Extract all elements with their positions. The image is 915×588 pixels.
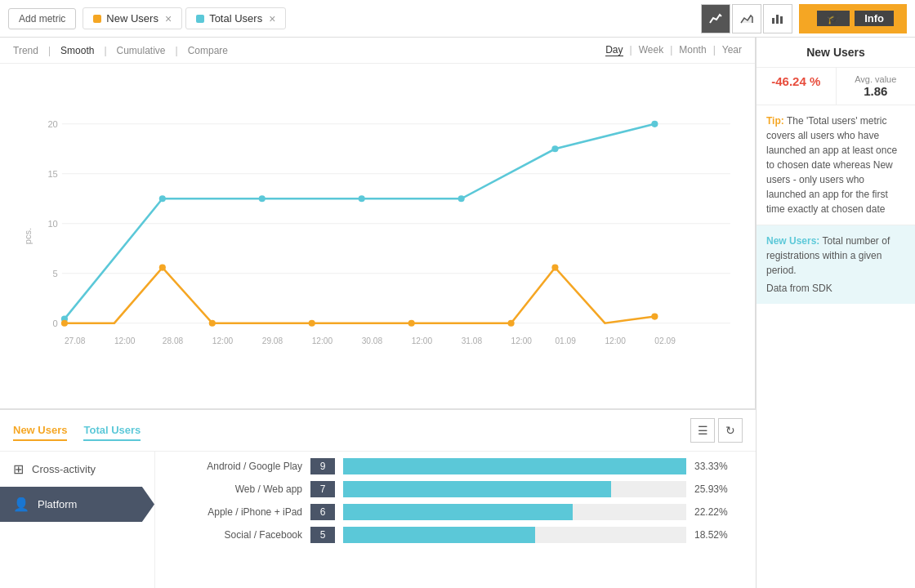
smooth-control[interactable]: Smooth [60,45,94,56]
svg-rect-0 [772,18,774,24]
info-stats: -46.24 % Avg. value 1.86 [757,67,915,105]
month-control[interactable]: Month [679,44,706,56]
tab-new-users[interactable]: New Users × [83,7,182,29]
tab-total-users[interactable]: Total Users × [185,7,286,29]
new-users-dot [551,265,558,271]
new-users-dot [651,313,658,319]
new-users-dot [408,320,415,327]
bar-pct-web: 25.93% [694,483,739,495]
info-panel-title: New Users [757,38,915,67]
y-axis-label: pcs. [23,228,33,244]
table-row: Social / Facebook 5 18.52% [172,527,739,543]
svg-text:12:00: 12:00 [412,336,433,345]
tab-bar: Add metric New Users × Total Users × [0,0,915,38]
tip-label: Tip: [766,115,784,127]
avg-label: Avg. value [843,74,909,84]
week-control[interactable]: Week [639,44,663,56]
chart-type-buttons [701,4,792,33]
bar-pct-android: 33.33% [694,461,739,472]
line-chart-button[interactable] [701,4,730,33]
new-users-dot [159,265,166,271]
info-button[interactable]: 🎓 Info [799,4,907,33]
info-panel: New Users -46.24 % Avg. value 1.86 Tip: … [756,38,915,588]
year-control[interactable]: Year [722,44,742,56]
sidebar-item-label-platform: Platform [38,498,77,510]
svg-text:12:00: 12:00 [605,336,626,345]
chart-svg: pcs. 20 15 10 5 0 [16,72,739,400]
sidebar-item-label-cross-activity: Cross-activity [32,463,96,475]
bar-count-android: 9 [310,458,335,474]
bar-track-android [343,458,686,474]
chart-controls-right: Day | Week | Month | Year [605,44,742,56]
bar-fill-android [343,458,686,474]
new-users-dot [508,320,515,327]
chart-svg-container: pcs. 20 15 10 5 0 [0,64,755,408]
compare-control[interactable]: Compare [188,45,228,56]
tab-label-total-users: Total Users [209,12,262,24]
total-users-dot [551,145,558,152]
chart-area: Trend | Smooth | Cumulative | Compare Da… [0,38,756,408]
svg-text:12:00: 12:00 [212,336,234,345]
info-stat-avg: Avg. value 1.86 [837,68,916,105]
tab-label-new-users: New Users [106,12,158,24]
bar-pct-social: 18.52% [694,529,739,541]
avg-value: 1.86 [843,84,909,98]
bar-fill-social [343,527,535,543]
bar-track-web [343,481,686,497]
info-label[interactable]: Info [855,11,894,26]
close-tab-total-users[interactable]: × [269,13,275,24]
bar-count-web: 7 [310,481,335,497]
bar-track-apple [343,504,686,520]
bar-track-social [343,527,686,543]
sidebar-item-platform[interactable]: 👤 Platform [0,487,154,522]
sidebar-item-cross-activity[interactable]: ⊞ Cross-activity [0,452,154,487]
trend-control[interactable]: Trend [13,45,38,56]
cumulative-control[interactable]: Cumulative [117,45,166,56]
info-desc: New Users: Total number of registrations… [757,225,915,304]
area-chart-button[interactable] [732,4,761,33]
info-tip: Tip: The 'Total users' metric covers all… [757,105,915,225]
total-users-dot [651,121,658,127]
filter-button[interactable]: ☰ [690,418,715,443]
close-tab-new-users[interactable]: × [165,13,172,24]
app-container: Add metric New Users × Total Users × [0,0,915,588]
bottom-content: ⊞ Cross-activity 👤 Platform Android / Go… [0,452,756,588]
bottom-tab-new-users[interactable]: New Users [13,421,67,441]
total-users-dot [259,195,266,202]
tab-dot-total-users [196,15,204,23]
bottom-section: New Users Total Users ☰ ↻ ⊞ Cross-activi… [0,408,756,588]
info-stat-change: -46.24 % [757,68,837,105]
sidebar-nav: ⊞ Cross-activity 👤 Platform [0,452,155,588]
chart-controls-left: Trend | Smooth | Cumulative | Compare [13,45,228,56]
svg-rect-1 [776,15,779,24]
total-users-dot [159,195,166,202]
main-layout: Trend | Smooth | Cumulative | Compare Da… [0,38,915,588]
tab-dot-new-users [93,15,101,23]
svg-text:15: 15 [47,169,57,179]
table-row: Apple / iPhone + iPad 6 22.22% [172,504,739,520]
bar-pct-apple: 22.22% [694,506,739,518]
svg-text:02.09: 02.09 [654,336,676,345]
total-users-dot [359,195,365,202]
svg-text:31.08: 31.08 [462,336,483,345]
refresh-button[interactable]: ↻ [718,418,743,443]
bottom-tab-total-users[interactable]: Total Users [83,421,141,441]
cross-activity-icon: ⊞ [13,461,24,477]
total-users-line [65,124,654,319]
total-users-dot [458,195,465,202]
new-users-dot [209,320,216,327]
new-users-dot [61,320,68,327]
svg-rect-2 [780,16,783,24]
bar-fill-web [343,481,611,497]
bar-chart-button[interactable] [763,4,792,33]
svg-text:0: 0 [53,318,58,328]
table-row: Web / Web app 7 25.93% [172,481,739,497]
desc-label: New Users: [766,235,819,247]
bar-label-social: Social / Facebook [172,529,302,541]
svg-text:29.08: 29.08 [262,336,283,345]
bottom-tabs-bar: New Users Total Users ☰ ↻ [0,410,756,452]
day-control[interactable]: Day [605,44,623,56]
svg-text:5: 5 [53,269,58,278]
add-metric-button[interactable]: Add metric [8,8,76,29]
svg-text:10: 10 [47,219,57,229]
